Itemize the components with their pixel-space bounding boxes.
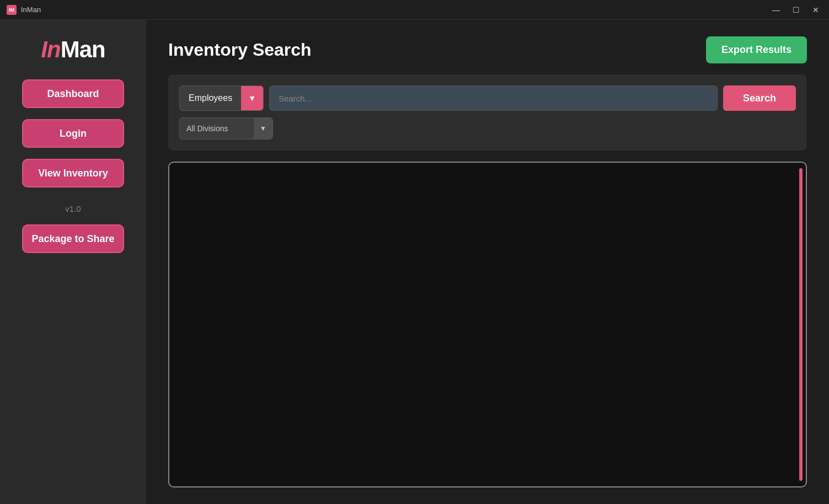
category-dropdown-label: Employees xyxy=(180,93,241,103)
category-dropdown-arrow[interactable]: ▼ xyxy=(241,86,263,110)
main-content: Inventory Search Export Results Employee… xyxy=(146,20,829,504)
view-inventory-button[interactable]: View Inventory xyxy=(22,159,124,187)
brand-logo: InMan xyxy=(41,36,105,63)
titlebar-left: IM InMan xyxy=(7,5,41,15)
header-row: Inventory Search Export Results xyxy=(168,36,807,63)
search-button[interactable]: Search xyxy=(723,85,796,111)
window-controls: — ☐ ✕ xyxy=(769,3,822,17)
division-dropdown[interactable]: All Divisions ▼ xyxy=(179,117,273,140)
app-title: InMan xyxy=(21,6,41,14)
scrollbar[interactable] xyxy=(799,168,803,481)
package-to-share-button[interactable]: Package to Share xyxy=(22,224,124,253)
version-label: v1.0 xyxy=(65,204,81,213)
page-title: Inventory Search xyxy=(168,40,312,60)
minimize-button[interactable]: — xyxy=(769,3,783,17)
category-dropdown[interactable]: Employees ▼ xyxy=(179,85,264,111)
logo-in: In xyxy=(41,36,60,62)
close-button[interactable]: ✕ xyxy=(809,3,822,17)
dashboard-button[interactable]: Dashboard xyxy=(22,79,124,108)
titlebar: IM InMan — ☐ ✕ xyxy=(0,0,829,20)
logo-man: Man xyxy=(61,36,105,62)
chevron-down-icon: ▼ xyxy=(248,94,256,103)
search-input[interactable] xyxy=(269,85,718,111)
division-row: All Divisions ▼ xyxy=(179,117,796,140)
export-results-button[interactable]: Export Results xyxy=(706,36,807,63)
sidebar: InMan Dashboard Login View Inventory v1.… xyxy=(0,20,146,504)
maximize-button[interactable]: ☐ xyxy=(789,3,803,17)
app-container: InMan Dashboard Login View Inventory v1.… xyxy=(0,20,829,504)
search-section: Employees ▼ Search All Divisions ▼ xyxy=(168,74,807,151)
app-logo-icon: IM xyxy=(7,5,17,15)
login-button[interactable]: Login xyxy=(22,119,124,148)
chevron-down-icon: ▼ xyxy=(260,125,266,132)
division-dropdown-label: All Divisions xyxy=(180,124,254,133)
results-area xyxy=(168,162,807,487)
division-dropdown-arrow[interactable]: ▼ xyxy=(254,118,272,139)
search-row: Employees ▼ Search xyxy=(179,85,796,111)
